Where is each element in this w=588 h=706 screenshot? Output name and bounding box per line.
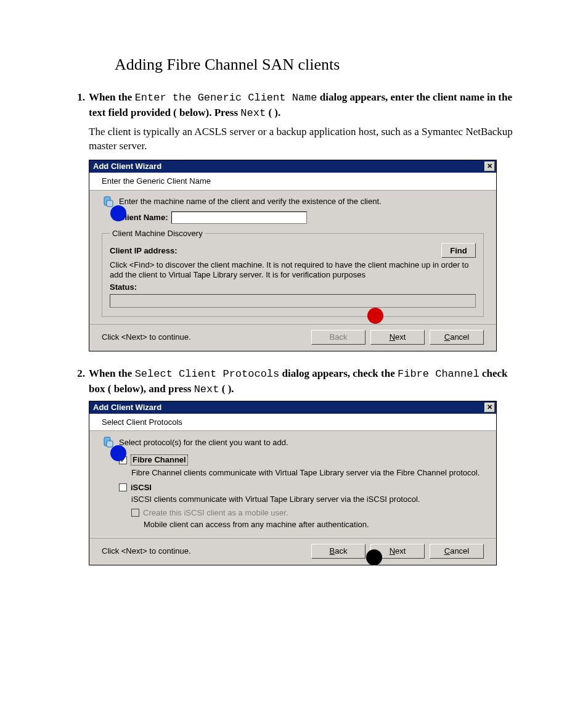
step-1-note: The client is typically an ACSLS server …: [89, 125, 520, 154]
wizard-2-title: Add Client Wizard: [93, 401, 161, 414]
marker-blue-1: [110, 205, 126, 221]
cancel-button[interactable]: Cancel: [430, 330, 484, 345]
mobile-checkbox: [131, 509, 139, 517]
step-2-num: 2.: [68, 366, 89, 397]
mobile-option: Create this iSCSI client as a mobile use…: [131, 508, 484, 518]
svg-rect-1: [107, 200, 113, 207]
footer-note: Click <Next> to continue.: [102, 332, 191, 342]
close-icon[interactable]: ✕: [484, 403, 495, 413]
step-2: 2. When the Select Client Protocols dial…: [68, 366, 520, 397]
fibre-channel-label: Fibre Channel: [133, 455, 186, 464]
svg-rect-3: [107, 441, 113, 447]
wizard-1-footer: Click <Next> to continue. Back Next Canc…: [89, 323, 496, 351]
wizard-1-titlebar: Add Client Wizard ✕: [89, 160, 496, 173]
marker-black: [366, 549, 382, 565]
discovery-help-text: Click <Find> to discover the client mach…: [110, 260, 476, 279]
mobile-label: Create this iSCSI client as a mobile use…: [143, 508, 288, 518]
page-heading: Adding Fibre Channel SAN clients: [115, 55, 520, 74]
discovery-group: Client Machine Discovery Client IP addre…: [102, 229, 484, 317]
iscsi-option[interactable]: iSCSI: [119, 483, 484, 493]
footer-note: Click <Next> to continue.: [102, 546, 191, 556]
discovery-legend: Client Machine Discovery: [110, 229, 205, 239]
step-1-num: 1.: [68, 90, 89, 121]
step-2-body: When the Select Client Protocols dialog …: [89, 366, 520, 397]
find-button[interactable]: Find: [441, 243, 476, 258]
iscsi-checkbox[interactable]: [119, 483, 127, 491]
wizard-2-footer: Click <Next> to continue. Back Next Canc…: [89, 537, 496, 565]
step-1: 1. When the Enter the Generic Client Nam…: [68, 90, 520, 121]
wizard-icon: [102, 195, 114, 208]
marker-blue-2: [110, 445, 126, 461]
status-box: [110, 294, 476, 308]
wizard-2-titlebar: Add Client Wizard ✕: [89, 401, 496, 414]
mobile-desc: Mobile client can access from any machin…: [144, 520, 484, 530]
cancel-button[interactable]: Cancel: [430, 544, 484, 559]
iscsi-desc: iSCSI clients communicate with Virtual T…: [131, 495, 484, 504]
wizard-2-subhead: Select Client Protocols: [89, 414, 496, 432]
wizard-1-subhead: Enter the Generic Client Name: [89, 173, 496, 191]
iscsi-label: iSCSI: [131, 483, 152, 493]
wizard-1: Add Client Wizard ✕ Enter the Generic Cl…: [89, 160, 497, 351]
wizard-icon: [102, 436, 114, 448]
wizard-1-intro: Enter the machine name of the client and…: [119, 197, 382, 207]
fibre-channel-desc: Fibre Channel clients communicate with V…: [131, 468, 484, 478]
client-name-input[interactable]: [171, 211, 307, 224]
back-button: Back: [311, 330, 365, 345]
status-label: Status:: [110, 282, 472, 292]
next-button[interactable]: Next: [370, 330, 425, 345]
fibre-channel-option[interactable]: Fibre Channel: [119, 454, 484, 466]
back-button[interactable]: Back: [311, 544, 365, 559]
wizard-2: Add Client Wizard ✕ Select Client Protoc…: [89, 401, 497, 565]
wizard-2-intro: Select protocol(s) for the client you wa…: [119, 438, 288, 448]
ip-label: Client IP address:: [110, 246, 178, 256]
step-1-body: When the Enter the Generic Client Name d…: [89, 90, 520, 121]
marker-red: [367, 308, 383, 324]
close-icon[interactable]: ✕: [484, 162, 495, 171]
wizard-1-title: Add Client Wizard: [93, 160, 161, 173]
